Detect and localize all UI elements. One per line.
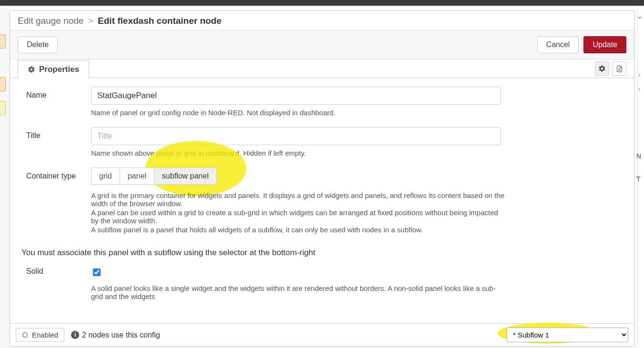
circle-icon <box>22 332 28 338</box>
cancel-button[interactable]: Cancel <box>537 36 579 53</box>
tab-properties-label: Properties <box>39 65 79 74</box>
gear-icon <box>28 66 35 73</box>
edit-dialog: Edit gauge node > Edit flexdash containe… <box>10 10 634 347</box>
container-type-panel[interactable]: panel <box>120 168 154 185</box>
title-input[interactable] <box>91 127 501 145</box>
name-input[interactable] <box>91 87 501 105</box>
enabled-label: Enabled <box>32 331 58 339</box>
dialog-footer: Enabled i 2 nodes use this config * Subf… <box>10 323 634 346</box>
container-type-subflow-panel[interactable]: subflow panel <box>154 168 217 185</box>
breadcrumb-parent[interactable]: Edit gauge node <box>18 16 83 26</box>
delete-button[interactable]: Delete <box>18 36 58 53</box>
solid-checkbox[interactable] <box>93 268 101 276</box>
tabs-row: Properties <box>10 60 634 78</box>
left-background <box>0 6 9 348</box>
sidebar-letter: N <box>636 152 644 165</box>
container-help-panel: A panel can be used within a grid to cre… <box>91 209 506 225</box>
node-settings-icon[interactable] <box>595 61 609 76</box>
panel-expand-icon[interactable] <box>636 72 644 85</box>
update-button[interactable]: Update <box>583 36 626 53</box>
solid-label: Solid <box>26 267 91 276</box>
chevron-down-icon[interactable] <box>636 14 644 27</box>
name-help: Name of panel or grid config node in Nod… <box>91 109 506 117</box>
config-usage: i 2 nodes use this config <box>71 331 160 339</box>
config-usage-text: 2 nodes use this config <box>82 331 160 339</box>
title-help: Name shown above panel or grid in dashbo… <box>91 149 506 157</box>
dialog-header: Edit gauge node > Edit flexdash containe… <box>10 11 634 30</box>
tab-properties[interactable]: Properties <box>18 60 89 78</box>
container-type-label: Container type <box>26 168 91 180</box>
properties-form: Name Name of panel or grid config node i… <box>10 78 634 323</box>
info-icon: i <box>71 331 79 339</box>
sidebar-letter: T <box>636 175 644 188</box>
panel-expand-icon[interactable] <box>636 87 644 99</box>
container-help-grid: A grid is the primary container for widg… <box>91 191 506 208</box>
solid-help: A solid panel looks like a single widget… <box>91 284 506 300</box>
right-sidebar: N T <box>637 6 644 348</box>
title-label: Title <box>26 127 91 140</box>
container-type-grid[interactable]: grid <box>91 168 120 185</box>
breadcrumb: Edit gauge node > Edit flexdash containe… <box>18 16 626 26</box>
container-help-subflow: A subflow panel is a panel that holds al… <box>91 226 506 234</box>
enabled-toggle[interactable]: Enabled <box>16 328 64 342</box>
window-toolbar <box>0 0 644 6</box>
name-label: Name <box>26 87 91 99</box>
node-docs-icon[interactable] <box>612 61 626 76</box>
associate-notice: You must associate this panel with a sub… <box>21 248 624 258</box>
breadcrumb-current: Edit flexdash container node <box>98 16 222 26</box>
breadcrumb-separator: > <box>86 16 95 26</box>
svg-point-0 <box>23 333 28 338</box>
dialog-actions: Delete Cancel Update <box>10 30 634 60</box>
scope-select[interactable]: * Subflow 1 <box>507 328 628 342</box>
container-type-group: grid panel subflow panel <box>91 168 217 185</box>
